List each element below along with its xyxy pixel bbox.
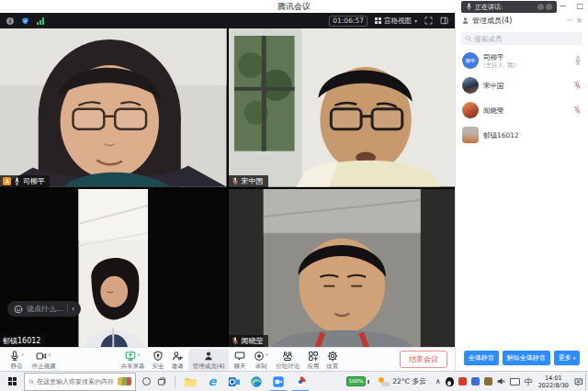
end-meeting-button[interactable]: 结束会议 [400, 351, 447, 368]
battery-indicator[interactable]: 100% [346, 376, 370, 386]
chat-button[interactable]: 聊天 [231, 349, 250, 371]
member-row-2[interactable]: 宋中国 [456, 74, 588, 96]
members-icon [461, 17, 469, 25]
volume-muted-icon[interactable] [497, 377, 505, 385]
outlook-icon[interactable] [223, 372, 245, 391]
video-tile-3[interactable]: 郁镇16012 [0, 189, 227, 348]
chevron-down-icon: ▾ [573, 355, 576, 361]
video-tile-1[interactable]: 司柳平 [0, 28, 227, 187]
windows-logo-icon [8, 377, 17, 385]
participant-name: 宋中国 [242, 176, 264, 186]
speaking-avatars [537, 4, 552, 10]
settings-button[interactable]: 设置 [322, 349, 342, 371]
weather-temp: 22°C [392, 377, 410, 385]
record-options-caret[interactable]: ∧ [266, 352, 269, 357]
search-icon [465, 35, 471, 42]
collapse-arrow-icon[interactable]: ‹ [72, 305, 75, 313]
mic-icon [466, 3, 472, 11]
security-button[interactable]: 安全 [148, 349, 167, 371]
tray-monitor-icon[interactable] [471, 377, 480, 385]
grid-view-icon [375, 17, 381, 24]
member-role-note: (主持人, 我) [483, 61, 515, 69]
invite-button[interactable]: 邀请 [167, 349, 187, 371]
video-feed-woman-glasses [0, 28, 227, 187]
video-name-label: 司柳平 [0, 175, 50, 187]
internet-explorer-icon[interactable]: e [201, 372, 223, 391]
video-feed-man-glasses [229, 28, 456, 187]
mic-muted-icon [232, 337, 239, 345]
taskbar-clock[interactable]: 14:01 2022/8/30 [538, 374, 569, 389]
members-panel-title: 管理成员(4) [472, 16, 564, 26]
tencent-meeting-app-icon[interactable] [267, 372, 289, 391]
search-highlights-icon[interactable] [118, 377, 131, 385]
mute-all-button[interactable]: 全体静音 [464, 351, 499, 365]
close-panel-icon[interactable]: × [576, 17, 582, 25]
more-options-icon[interactable]: ··· [567, 17, 574, 25]
meeting-toolbar: ∧ 静音 ∧ 停止视频 ∧ 共享屏幕 [0, 347, 455, 371]
tray-folder-icon[interactable] [484, 377, 492, 385]
windows-taskbar: e 100% 22°C 多云 ∧ [0, 371, 588, 391]
member-name: 宋中国 [483, 82, 504, 90]
member-row-3[interactable]: 闻晓莹 [456, 99, 588, 121]
mic-on-icon [574, 56, 582, 65]
member-name: 闻晓莹 [483, 106, 504, 115]
shield-icon [153, 351, 164, 362]
more-button[interactable]: 更多▾ [554, 351, 581, 365]
chat-input-placeholder[interactable]: 说点什么... [27, 304, 63, 314]
task-view-icon[interactable] [157, 377, 166, 386]
manage-members-button[interactable]: 管理成员(4) [188, 349, 228, 371]
breakout-rooms-button[interactable]: 分组讨论 [272, 349, 303, 371]
member-search-input[interactable] [474, 35, 579, 43]
video-grid: 司柳平 [0, 28, 455, 347]
member-search-box[interactable] [461, 32, 582, 45]
start-button[interactable] [0, 372, 24, 391]
share-options-caret[interactable]: ∧ [137, 352, 141, 357]
maximize-button[interactable]: □ [576, 0, 583, 13]
minimize-button[interactable]: — [559, 0, 566, 13]
share-screen-button[interactable]: ∧ 共享屏幕 [117, 349, 148, 371]
record-button[interactable]: ∧ 录制 [250, 349, 273, 371]
video-feed-man-lanyard [229, 189, 456, 348]
taskbar-search-box[interactable] [24, 373, 136, 391]
taskbar-search-input[interactable] [37, 378, 115, 385]
stop-video-button[interactable]: ∧ 停止视频 [28, 349, 60, 371]
video-tile-2[interactable]: 宋中国 [229, 28, 456, 187]
member-name: 司柳平 [483, 53, 515, 61]
touch-keyboard-icon[interactable] [510, 378, 520, 385]
host-badge-icon [3, 177, 11, 185]
hidden-icons-chevron[interactable]: ∧ [435, 377, 441, 386]
clock-time: 14:01 [538, 374, 569, 382]
qq-penguin-icon[interactable] [446, 377, 454, 386]
emoji-smiley-icon[interactable] [14, 305, 23, 314]
view-mode-selector[interactable]: 宫格视图 ▾ [375, 17, 417, 26]
ime-indicator[interactable]: 中 [525, 377, 533, 386]
quick-chat-pill[interactable]: 说点什么... ‹ [7, 301, 81, 317]
video-options-caret[interactable]: ∧ [48, 352, 51, 357]
view-mode-label: 宫格视图 [384, 17, 412, 26]
file-explorer-icon[interactable] [179, 372, 201, 391]
speaking-label: 正在讲话: [475, 3, 503, 12]
tray-red-app-icon[interactable] [458, 377, 467, 385]
gear-icon [327, 351, 338, 362]
member-row-1[interactable]: 柳平 司柳平 (主持人, 我) [456, 50, 588, 72]
avatar [462, 77, 479, 94]
edge-browser-icon[interactable] [245, 372, 267, 391]
mute-button[interactable]: ∧ 静音 [6, 349, 28, 371]
member-row-4[interactable]: 郁镇16012 [456, 124, 588, 146]
video-name-label: 郁镇16012 [0, 335, 45, 347]
unmute-all-button[interactable]: 解除全体静音 [503, 351, 550, 365]
fullscreen-button[interactable] [424, 17, 433, 25]
meeting-info-icon[interactable]: i [6, 17, 14, 25]
weather-widget[interactable]: 22°C 多云 [379, 377, 426, 386]
side-panel-toggle[interactable] [440, 17, 448, 25]
camera-icon [36, 351, 47, 362]
battery-percent: 100% [346, 376, 367, 386]
cortana-icon[interactable] [142, 377, 151, 385]
share-screen-icon [125, 351, 136, 362]
apps-button[interactable]: 应用 [303, 349, 322, 371]
action-center-icon[interactable] [574, 377, 583, 386]
security-shield-icon[interactable] [21, 17, 29, 26]
mic-options-caret[interactable]: ∧ [21, 352, 25, 357]
meeting-client-icon[interactable] [289, 372, 311, 391]
video-tile-4[interactable]: 闻晓莹 [229, 189, 456, 348]
